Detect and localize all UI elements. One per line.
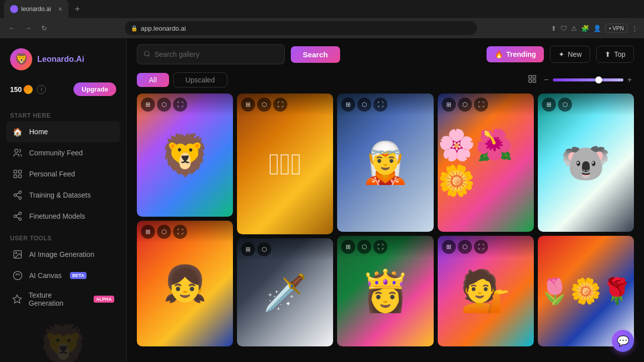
svg-line-19 <box>148 55 150 56</box>
overlay-action-1[interactable]: ⊞ <box>341 98 355 112</box>
overlay-action-2[interactable]: ⬡ <box>558 98 572 112</box>
image-card-flowers[interactable]: 🌸🌺🌼 ⊞ ⬡ ⛶ <box>438 94 534 232</box>
url-text: app.leonardo.ai <box>141 25 186 32</box>
overlay-action-3[interactable]: ⛶ <box>173 98 187 112</box>
overlay-action-1[interactable]: ⊞ <box>141 225 155 239</box>
new-tab-button[interactable]: + <box>70 4 84 15</box>
svg-point-6 <box>14 194 17 197</box>
view-controls: − + <box>525 72 634 87</box>
trending-icon: 🔥 <box>495 50 503 58</box>
svg-rect-2 <box>19 170 22 173</box>
info-button[interactable]: i <box>37 85 46 94</box>
top-button[interactable]: ⬆ Top <box>596 46 634 63</box>
search-button[interactable]: Search <box>291 46 340 63</box>
extension-icon[interactable]: 🧩 <box>581 25 589 32</box>
image-card-warrior2[interactable]: 🗡️ ⊞ ⬡ <box>237 238 333 346</box>
overlay-action-3[interactable]: ⛶ <box>474 240 488 254</box>
image-card-hieroglyph[interactable]: 𓂀𓆣𓃭 ⊞ ⬡ ⛶ <box>237 94 333 234</box>
overlay-action-2[interactable]: ⬡ <box>357 98 371 112</box>
reload-button[interactable]: ↻ <box>38 24 50 32</box>
overlay-action-2[interactable]: ⬡ <box>458 240 472 254</box>
address-actions: ⬆ 🛡 ⚠ 🧩 👤 • VPN ⋮ <box>551 24 638 33</box>
token-count: 150 <box>10 85 33 94</box>
sidebar-item-community-feed[interactable]: Community Feed <box>6 142 120 163</box>
overlay-action-3[interactable]: ⛶ <box>173 225 187 239</box>
zoom-slider[interactable] <box>553 78 623 81</box>
search-box[interactable]: Search gallery <box>137 44 285 64</box>
sidebar-item-home[interactable]: 🏠 Home <box>6 121 120 142</box>
zoom-plus-button[interactable]: + <box>625 75 634 84</box>
filter-upscaled-button[interactable]: Upscaled <box>173 72 227 87</box>
sidebar-item-texture-gen[interactable]: Texture Generation ALPHA <box>6 286 120 312</box>
texture-icon <box>12 294 23 305</box>
overlay-action-3[interactable]: ⛶ <box>373 240 387 254</box>
tab-bar: leonardo.ai ✕ + <box>0 0 644 18</box>
sidebar-item-ai-canvas[interactable]: AI Canvas BETA <box>6 265 120 286</box>
svg-line-14 <box>16 214 19 215</box>
chat-icon: 💬 <box>617 335 629 347</box>
logo-area: Leonardo.Ai <box>6 46 120 78</box>
sidebar-item-training[interactable]: Training & Datasets <box>6 185 120 206</box>
overlay-action-1[interactable]: ⊞ <box>341 240 355 254</box>
sidebar-item-ai-image-gen[interactable]: AI Image Generation <box>6 244 120 265</box>
chat-button[interactable]: 💬 <box>612 330 634 352</box>
tab-close-button[interactable]: ✕ <box>58 6 62 13</box>
svg-point-0 <box>15 149 18 153</box>
image-card-lion[interactable]: 🦁 ⊞ ⬡ ⛶ <box>137 94 233 217</box>
sidebar-item-personal-feed[interactable]: Personal Feed <box>6 163 120 185</box>
alert-icon[interactable]: ⚠ <box>571 25 577 32</box>
overlay-action-1[interactable]: ⊞ <box>442 98 456 112</box>
url-box[interactable]: 🔒 app.leonardo.ai <box>125 21 477 35</box>
sidebar-item-label: AI Canvas <box>29 272 62 280</box>
image-grid-columns: 🦁 ⊞ ⬡ ⛶ 👧 ⊞ ⬡ <box>137 94 634 346</box>
search-placeholder: Search gallery <box>154 50 200 58</box>
profile-icon[interactable]: 👤 <box>593 25 601 32</box>
menu-icon[interactable]: ⋮ <box>631 25 638 32</box>
overlay-action-3[interactable]: ⛶ <box>273 98 287 112</box>
tab-title: leonardo.ai <box>21 6 51 13</box>
svg-line-13 <box>16 217 19 218</box>
overlay-action-1[interactable]: ⊞ <box>442 240 456 254</box>
grid-view-button[interactable] <box>525 72 540 87</box>
image-column-3: 🧝 ⊞ ⬡ ⛶ 👸 ⊞ ⬡ <box>337 94 433 346</box>
svg-rect-21 <box>533 75 536 78</box>
sidebar-item-label: Home <box>29 128 48 136</box>
browser-chrome: leonardo.ai ✕ + ← → ↻ 🔒 app.leonardo.ai … <box>0 0 644 38</box>
overlay-action-2[interactable]: ⬡ <box>458 98 472 112</box>
overlay-action-1[interactable]: ⊞ <box>141 98 155 112</box>
back-button[interactable]: ← <box>6 24 18 32</box>
svg-point-12 <box>19 218 22 220</box>
svg-marker-17 <box>13 295 22 303</box>
overlay-action-2[interactable]: ⬡ <box>257 242 271 256</box>
shield-icon[interactable]: 🛡 <box>560 25 567 32</box>
trending-button[interactable]: 🔥 Trending <box>487 46 544 62</box>
image-card-warrior[interactable]: 🧝 ⊞ ⬡ ⛶ <box>337 94 433 232</box>
zoom-minus-button[interactable]: − <box>542 75 550 84</box>
overlay-action-2[interactable]: ⬡ <box>157 225 171 239</box>
overlay-action-1[interactable]: ⊞ <box>542 98 556 112</box>
filter-all-button[interactable]: All <box>137 73 169 87</box>
overlay-action-1[interactable]: ⊞ <box>241 98 255 112</box>
svg-point-5 <box>19 191 22 194</box>
overlay-action-2[interactable]: ⬡ <box>157 98 171 112</box>
upgrade-button[interactable]: Upgrade <box>73 82 116 96</box>
overlay-action-3[interactable]: ⛶ <box>474 98 488 112</box>
new-button[interactable]: ✦ New <box>550 46 590 63</box>
share-icon[interactable]: ⬆ <box>551 25 556 32</box>
overlay-action-3[interactable]: ⛶ <box>373 98 387 112</box>
svg-point-11 <box>14 215 17 218</box>
overlay-action-2[interactable]: ⬡ <box>257 98 271 112</box>
svg-rect-4 <box>19 175 22 178</box>
image-card-anime[interactable]: 👧 ⊞ ⬡ ⛶ <box>137 221 233 346</box>
overlay-action-1[interactable]: ⊞ <box>241 242 255 256</box>
image-card-koala[interactable]: 🐨 ⊞ ⬡ <box>538 94 634 232</box>
svg-rect-20 <box>529 75 532 78</box>
overlay-action-2[interactable]: ⬡ <box>357 240 371 254</box>
active-tab[interactable]: leonardo.ai ✕ <box>4 0 68 18</box>
forward-button[interactable]: → <box>22 24 34 32</box>
token-row: 150 i Upgrade <box>6 78 120 100</box>
sidebar-item-finetuned[interactable]: Finetuned Models <box>6 206 120 227</box>
image-gen-icon <box>12 249 23 260</box>
image-card-pink-hair[interactable]: 👸 ⊞ ⬡ ⛶ <box>337 236 433 346</box>
image-card-colorful[interactable]: 💁 ⊞ ⬡ ⛶ <box>438 236 534 346</box>
